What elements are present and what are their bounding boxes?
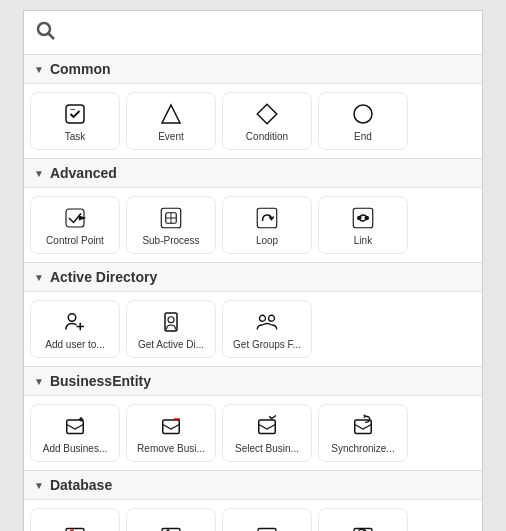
remove-business-icon xyxy=(157,412,185,440)
section-header-common[interactable]: ▼ Common xyxy=(24,55,482,84)
task-icon xyxy=(61,100,89,128)
sub-process-icon xyxy=(157,204,185,232)
svg-marker-5 xyxy=(257,104,277,124)
synchronize-icon xyxy=(349,412,377,440)
add-user-label: Add user to... xyxy=(45,339,104,351)
chevron-business-entity: ▼ xyxy=(34,376,44,387)
get-groups-label: Get Groups F... xyxy=(233,339,301,351)
task-label: Task xyxy=(65,131,86,143)
event-icon xyxy=(157,100,185,128)
svg-rect-29 xyxy=(259,420,276,434)
section-label-active-directory: Active Directory xyxy=(50,269,157,285)
svg-rect-13 xyxy=(257,208,277,228)
item-add-business[interactable]: Add Busines... xyxy=(30,404,120,462)
loop-label: Loop xyxy=(256,235,278,247)
get-active-di-label: Get Active Di... xyxy=(138,339,204,351)
svg-point-6 xyxy=(354,105,372,123)
common-items-grid: Task Event Condition xyxy=(24,84,482,158)
control-point-label: Control Point xyxy=(46,235,104,247)
section-header-advanced[interactable]: ▼ Advanced xyxy=(24,159,482,188)
business-entity-items-grid: Add Busines... Remove Busi... xyxy=(24,396,482,470)
svg-line-1 xyxy=(49,34,55,40)
search-bar xyxy=(24,11,482,55)
item-db-update[interactable] xyxy=(318,508,408,531)
svg-point-21 xyxy=(168,316,174,322)
link-icon xyxy=(349,204,377,232)
select-business-icon xyxy=(253,412,281,440)
add-business-icon xyxy=(61,412,89,440)
main-panel: ▼ Common Task xyxy=(23,10,483,531)
section-label-advanced: Advanced xyxy=(50,165,117,181)
section-label-database: Database xyxy=(50,477,112,493)
db-add-icon xyxy=(157,522,185,532)
search-icon xyxy=(34,19,58,46)
section-label-business-entity: BusinessEntity xyxy=(50,373,151,389)
item-get-active-di[interactable]: Get Active Di... xyxy=(126,300,216,358)
item-end[interactable]: End xyxy=(318,92,408,150)
item-get-groups[interactable]: Get Groups F... xyxy=(222,300,312,358)
svg-point-16 xyxy=(365,216,368,219)
db-update-icon xyxy=(349,522,377,532)
item-control-point[interactable]: Control Point xyxy=(30,196,120,254)
item-add-user[interactable]: Add user to... xyxy=(30,300,120,358)
item-event[interactable]: Event xyxy=(126,92,216,150)
item-db-select[interactable] xyxy=(222,508,312,531)
add-business-label: Add Busines... xyxy=(43,443,107,455)
event-label: Event xyxy=(158,131,184,143)
search-input[interactable] xyxy=(64,25,472,41)
get-active-di-icon xyxy=(157,308,185,336)
link-label: Link xyxy=(354,235,372,247)
add-user-icon xyxy=(61,308,89,336)
svg-rect-14 xyxy=(353,208,373,228)
loop-icon xyxy=(253,204,281,232)
item-select-business[interactable]: Select Busin... xyxy=(222,404,312,462)
svg-rect-24 xyxy=(67,420,84,434)
section-label-common: Common xyxy=(50,61,111,77)
chevron-advanced: ▼ xyxy=(34,168,44,179)
section-header-database[interactable]: ▼ Database xyxy=(24,471,482,500)
chevron-common: ▼ xyxy=(34,64,44,75)
control-point-icon xyxy=(61,204,89,232)
svg-point-23 xyxy=(269,315,275,321)
item-task[interactable]: Task xyxy=(30,92,120,150)
svg-point-15 xyxy=(358,216,361,219)
item-link[interactable]: Link xyxy=(318,196,408,254)
svg-point-17 xyxy=(68,313,76,321)
item-sub-process[interactable]: Sub-Process xyxy=(126,196,216,254)
sub-process-label: Sub-Process xyxy=(142,235,199,247)
item-synchronize[interactable]: Synchronize... xyxy=(318,404,408,462)
end-label: End xyxy=(354,131,372,143)
section-header-active-directory[interactable]: ▼ Active Directory xyxy=(24,263,482,292)
end-icon xyxy=(349,100,377,128)
item-remove-business[interactable]: Remove Busi... xyxy=(126,404,216,462)
section-common: ▼ Common Task xyxy=(24,55,482,159)
database-items-grid xyxy=(24,500,482,531)
chevron-active-directory: ▼ xyxy=(34,272,44,283)
svg-point-22 xyxy=(260,315,266,321)
select-business-label: Select Busin... xyxy=(235,443,299,455)
db-select-icon xyxy=(253,522,281,532)
advanced-items-grid: Control Point Sub-Process xyxy=(24,188,482,262)
svg-rect-2 xyxy=(66,105,84,123)
svg-rect-27 xyxy=(163,420,180,434)
svg-point-0 xyxy=(38,23,50,35)
section-business-entity: ▼ BusinessEntity Add Busines... xyxy=(24,367,482,471)
item-loop[interactable]: Loop xyxy=(222,196,312,254)
condition-icon xyxy=(253,100,281,128)
condition-label: Condition xyxy=(246,131,288,143)
section-active-directory: ▼ Active Directory Add user to... xyxy=(24,263,482,367)
chevron-database: ▼ xyxy=(34,480,44,491)
synchronize-label: Synchronize... xyxy=(331,443,394,455)
item-db-add[interactable] xyxy=(126,508,216,531)
svg-marker-8 xyxy=(80,216,85,219)
remove-business-label: Remove Busi... xyxy=(137,443,205,455)
item-db-delete[interactable] xyxy=(30,508,120,531)
item-condition[interactable]: Condition xyxy=(222,92,312,150)
section-advanced: ▼ Advanced Control Point xyxy=(24,159,482,263)
svg-marker-4 xyxy=(162,105,180,123)
section-database: ▼ Database xyxy=(24,471,482,531)
db-delete-icon xyxy=(61,522,89,532)
section-header-business-entity[interactable]: ▼ BusinessEntity xyxy=(24,367,482,396)
get-groups-icon xyxy=(253,308,281,336)
active-directory-items-grid: Add user to... Get Active Di... xyxy=(24,292,482,366)
